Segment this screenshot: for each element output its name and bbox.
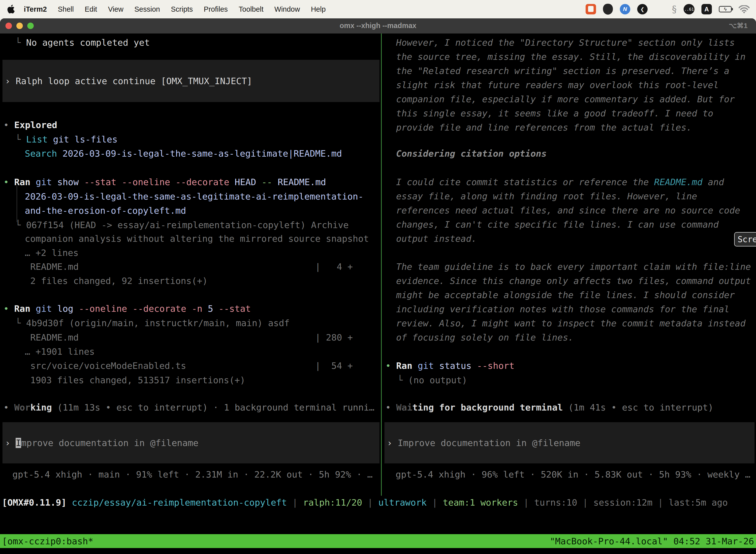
text-cursor: I	[16, 438, 21, 448]
pane-divider[interactable]	[381, 34, 382, 496]
reasoning-paragraph-3: The team guideline is to back every impo…	[396, 260, 751, 344]
git-log-stat-readme: README.md | 280 +	[30, 330, 353, 344]
reasoning-paragraph-1: However, I noticed the "Directory Struct…	[396, 36, 746, 134]
gauge-61-icon[interactable]: ..61	[684, 4, 694, 14]
right-model-status: gpt-5.4 xhigh · 96% left · 520K in · 5.8…	[396, 467, 750, 482]
reasoning-paragraph-2: I could cite commit statistics or refere…	[396, 175, 740, 246]
git-log-stat-voice: src/voice/voiceModeEnabled.ts | 54 +	[30, 359, 353, 373]
battery-icon[interactable]: ϟ	[719, 6, 732, 12]
git-log-output-1: └ 4b9d30f (origin/main, instructkr/main,…	[15, 316, 290, 330]
menu-item-shell[interactable]: Shell	[52, 5, 79, 13]
iterm-window: omx --xhigh --madmax ⌥⌘1 └ No agents com…	[0, 18, 756, 554]
git-show-stat-readme: README.md | 4 +	[30, 260, 353, 274]
dots-grid-icon[interactable]	[654, 4, 665, 14]
menu-item-toolbelt[interactable]: Toolbelt	[233, 5, 269, 13]
screen-record-icon[interactable]	[586, 4, 596, 14]
git-log-more-lines: … +1901 lines	[25, 344, 95, 359]
readme-link: README.md	[654, 177, 702, 187]
macos-menu-bar: iTerm2 Shell Edit View Session Scripts P…	[0, 0, 756, 18]
git-show-command: • Ran git show --stat --oneline --decora…	[3, 175, 326, 189]
menu-item-edit[interactable]: Edit	[79, 5, 103, 13]
left-pane[interactable]: └ No agents completed yet › Ralph loop a…	[0, 34, 381, 534]
menu-item-help[interactable]: Help	[305, 5, 331, 13]
git-show-output-2: companion analysis without altering the …	[25, 232, 369, 246]
apple-menu-icon[interactable]	[7, 5, 15, 14]
explored-list-line: └ List git ls-files	[15, 132, 118, 147]
git-status-output: └ (no output)	[397, 373, 467, 387]
omx-status-line: [OMX#0.11.9] cczip/essay/ai-reimplementa…	[2, 497, 728, 508]
git-status-command: • Ran git status --short	[385, 359, 514, 373]
left-model-status: gpt-5.4 xhigh · main · 91% left · 2.31M …	[12, 467, 373, 482]
explored-header: • Explored	[3, 118, 57, 132]
menu-item-scripts[interactable]: Scripts	[166, 5, 198, 13]
git-show-more-lines: … +2 lines	[25, 246, 79, 260]
dark-circle-icon[interactable]: ❮	[637, 4, 648, 14]
reasoning-heading: Considering citation options	[396, 147, 547, 161]
blue-badge-icon[interactable]: N	[620, 4, 630, 14]
window-title: omx --xhigh --madmax	[0, 21, 756, 30]
git-log-summary: 1903 files changed, 513517 insertions(+)	[30, 373, 245, 387]
right-prompt-input[interactable]: › Improve documentation in @filename	[384, 422, 755, 463]
letter-a-icon[interactable]: A	[701, 4, 712, 14]
right-pane[interactable]: However, I noticed the "Directory Struct…	[382, 34, 756, 534]
screen-overlay-tooltip: Scre	[734, 232, 756, 246]
git-show-arg-line1: 2026-03-09-is-legal-the-same-as-legitima…	[25, 189, 363, 204]
git-show-output-1: └ 067f154 (HEAD -> essay/ai-reimplementa…	[15, 218, 349, 232]
title-bar: omx --xhigh --madmax ⌥⌘1	[0, 18, 756, 34]
tmux-host-clock: "MacBook-Pro-44.local" 04:52 31-Mar-26	[550, 536, 754, 546]
shield-grid-icon[interactable]	[603, 4, 613, 15]
git-show-summary: 2 files changed, 92 insertions(+)	[30, 274, 208, 288]
tmux-session-label: [omx-cczip0:bash*	[2, 536, 93, 546]
working-status-line: • Working (11m 13s • esc to interrupt) ·…	[3, 400, 375, 414]
git-log-command: • Ran git log --oneline --decorate -n 5 …	[3, 301, 251, 316]
menu-item-view[interactable]: View	[103, 5, 129, 13]
menu-item-window[interactable]: Window	[269, 5, 305, 13]
explored-search-line: Search 2026-03-09-is-legal-the-same-as-l…	[25, 147, 342, 161]
menu-item-app[interactable]: iTerm2	[18, 5, 52, 13]
git-show-arg-line2: and-the-erosion-of-copyleft.md	[25, 204, 186, 218]
tree-guide-line	[17, 185, 17, 222]
left-prompt-input[interactable]: › Improve documentation in @filename	[2, 422, 379, 463]
no-agents-line: └ No agents completed yet	[15, 36, 150, 50]
ralph-banner: › Ralph loop active continue [OMX_TMUX_I…	[2, 60, 379, 102]
terminal-area: └ No agents completed yet › Ralph loop a…	[0, 34, 756, 554]
waiting-status-line: • Waiting for background terminal (1m 41…	[385, 400, 713, 414]
menu-item-profiles[interactable]: Profiles	[198, 5, 233, 13]
menu-item-session[interactable]: Session	[129, 5, 166, 13]
window-shortcut-badge: ⌥⌘1	[729, 21, 748, 30]
wifi-icon[interactable]	[739, 5, 750, 13]
hook-icon[interactable]: §	[672, 4, 677, 15]
tmux-status-bar[interactable]: [omx-cczip0:bash* "MacBook-Pro-44.local"…	[0, 534, 756, 548]
